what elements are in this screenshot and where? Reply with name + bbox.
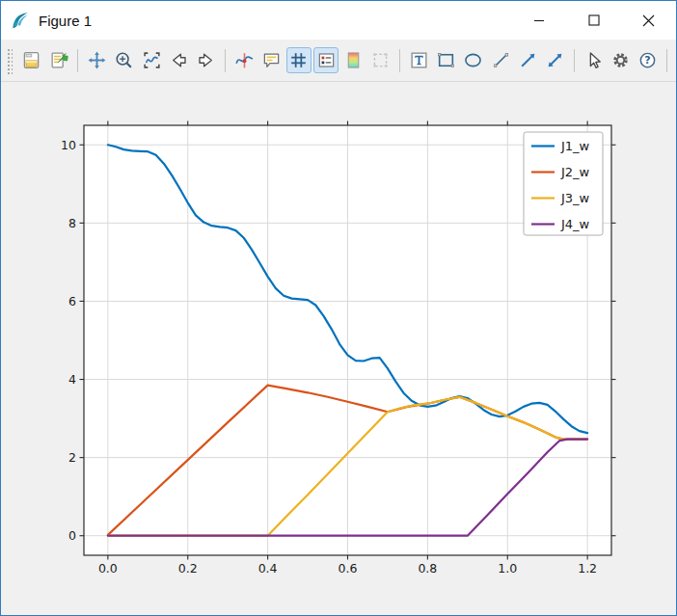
toolbar-separator [574, 49, 575, 72]
toolbar-separator [399, 49, 400, 72]
maximize-icon [588, 14, 600, 26]
legend-label: J2_w [560, 165, 590, 179]
toolbar-separator [225, 49, 226, 72]
settings-icon [610, 50, 631, 70]
roi-button [368, 47, 393, 73]
minimize-button[interactable] [511, 1, 566, 40]
save-icon [21, 50, 41, 70]
forward-icon [196, 50, 216, 70]
close-icon [642, 14, 655, 27]
pointer-icon [583, 50, 604, 70]
toolbar-separator [666, 49, 667, 72]
y-tick-label: 4 [68, 372, 76, 387]
y-tick-label: 10 [61, 138, 76, 152]
pan-button[interactable] [84, 47, 109, 73]
figure-canvas[interactable]: 0.00.20.40.60.81.01.20246810J1_wJ2_wJ3_w… [1, 82, 676, 615]
x-tick-label: 1.2 [578, 561, 597, 576]
pan-icon [87, 50, 107, 70]
export-icon [49, 50, 69, 70]
close-button[interactable] [621, 1, 676, 40]
curve-cursor-button[interactable] [231, 47, 257, 73]
y-tick-label: 0 [68, 528, 76, 543]
grid-icon [288, 50, 309, 70]
legend-button[interactable] [313, 47, 338, 73]
curve-cursor-icon [234, 50, 255, 70]
roi-icon [370, 50, 391, 70]
legend-label: J3_w [560, 191, 590, 205]
autoscale-icon [142, 50, 162, 70]
forward-button[interactable] [194, 47, 219, 73]
annotation-icon [261, 50, 282, 70]
titlebar: Figure 1 [1, 1, 676, 40]
help-icon: ? [637, 50, 658, 70]
y-tick-label: 6 [68, 294, 76, 308]
y-tick-label: 2 [68, 450, 76, 465]
text-icon [409, 50, 429, 70]
app-icon [10, 10, 31, 31]
x-tick-label: 0.8 [418, 561, 437, 576]
rectangle-icon [436, 50, 456, 70]
ellipse-icon [463, 50, 483, 70]
line-button[interactable] [488, 47, 513, 73]
x-tick-label: 0.2 [178, 561, 198, 576]
legend-label: J1_w [560, 139, 590, 153]
back-icon [169, 50, 189, 70]
save-button[interactable] [19, 47, 44, 73]
zoom-icon [114, 50, 134, 70]
colormap-button[interactable] [340, 47, 366, 73]
toolbar: ? [1, 40, 676, 82]
double-arrow-icon [545, 50, 565, 70]
settings-button[interactable] [608, 47, 633, 73]
rectangle-button[interactable] [433, 47, 458, 73]
legend-icon [316, 50, 337, 70]
ellipse-button[interactable] [461, 47, 486, 73]
legend[interactable]: J1_wJ2_wJ3_wJ4_w [524, 132, 603, 235]
arrow-button[interactable] [515, 47, 540, 73]
toolbar-separator [77, 49, 78, 72]
x-tick-label: 0.4 [258, 561, 278, 576]
legend-label: J4_w [560, 217, 590, 231]
figure-window: Figure 1 ? 0.00.20.40.60.81.01.20246810J… [0, 0, 677, 616]
minimize-icon [533, 14, 545, 26]
annotation-button[interactable] [258, 47, 284, 73]
x-tick-label: 0.0 [98, 561, 118, 576]
autoscale-button[interactable] [139, 47, 164, 73]
grid-button[interactable] [286, 47, 311, 73]
maximize-button[interactable] [566, 1, 621, 40]
arrow-icon [518, 50, 538, 70]
pointer-button[interactable] [581, 47, 606, 73]
x-tick-label: 0.6 [338, 561, 358, 576]
back-button[interactable] [166, 47, 191, 73]
y-tick-label: 8 [68, 216, 76, 230]
help-button[interactable]: ? [636, 47, 661, 73]
toolbar-drag-handle[interactable] [6, 47, 13, 74]
svg-text:?: ? [645, 54, 651, 67]
x-tick-label: 1.0 [498, 561, 517, 576]
line-icon [491, 50, 511, 70]
double-arrow-button[interactable] [543, 47, 568, 73]
text-button[interactable] [406, 47, 431, 73]
zoom-button[interactable] [112, 47, 137, 73]
chart-canvas[interactable]: 0.00.20.40.60.81.01.20246810J1_wJ2_wJ3_w… [1, 82, 676, 615]
export-button[interactable] [46, 47, 71, 73]
window-title: Figure 1 [39, 13, 92, 29]
colormap-icon [343, 50, 364, 70]
